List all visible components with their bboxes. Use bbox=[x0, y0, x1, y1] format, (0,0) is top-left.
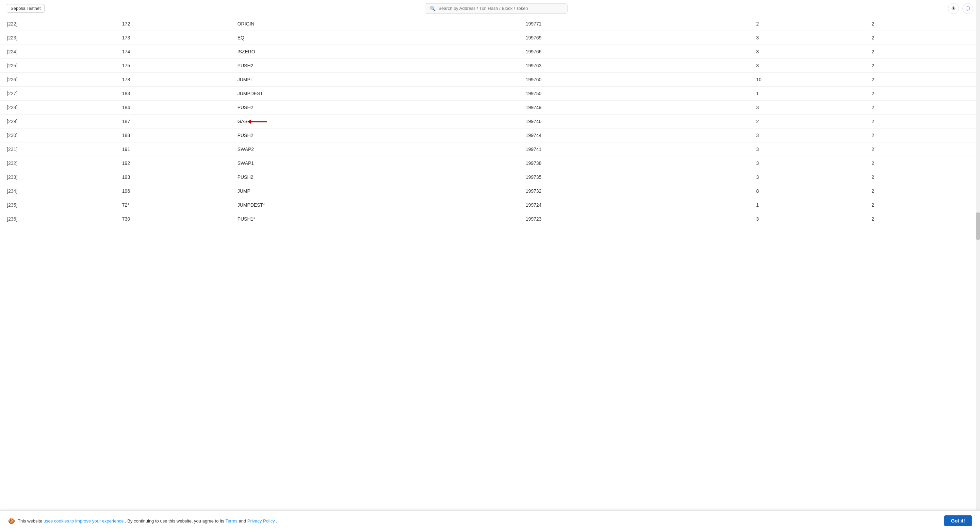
scrollbar-thumb[interactable] bbox=[976, 212, 980, 240]
row-opcode: JUMPI bbox=[231, 73, 519, 87]
table-row: [228]184PUSH219974932 bbox=[0, 101, 980, 114]
header-left: Sepolia Testnet bbox=[7, 4, 45, 13]
row-gas-remaining: 199769 bbox=[519, 31, 749, 45]
table-row: [229]187GAS19974622 bbox=[0, 114, 980, 128]
row-index: [229] bbox=[0, 114, 115, 128]
search-input[interactable] bbox=[438, 6, 563, 11]
row-index: [225] bbox=[0, 59, 115, 73]
row-gas-cost: 3 bbox=[749, 128, 865, 143]
row-depth: 2 bbox=[865, 184, 980, 198]
row-gas-cost: 3 bbox=[749, 170, 865, 184]
row-depth: 2 bbox=[865, 101, 980, 114]
row-depth: 2 bbox=[865, 17, 980, 31]
network-badge[interactable]: Sepolia Testnet bbox=[7, 4, 45, 13]
row-gas-remaining: 199746 bbox=[519, 114, 749, 128]
row-gas-remaining: 199735 bbox=[519, 170, 749, 184]
eth-network-button[interactable]: ⬡ bbox=[962, 3, 973, 14]
row-gas-remaining: 199738 bbox=[519, 156, 749, 170]
scrollbar[interactable] bbox=[976, 0, 980, 246]
table-row: [222]172ORIGIN19977122 bbox=[0, 17, 980, 31]
row-index: [226] bbox=[0, 73, 115, 87]
row-index: [234] bbox=[0, 184, 115, 198]
row-index: [222] bbox=[0, 17, 115, 31]
row-gas-cost: 3 bbox=[749, 143, 865, 156]
row-gas-cost: 3 bbox=[749, 101, 865, 114]
row-opcode: JUMPDEST bbox=[231, 87, 519, 101]
row-gas-cost: 3 bbox=[749, 31, 865, 45]
table-row: [230]188PUSH219974432 bbox=[0, 128, 980, 143]
row-pc: 191 bbox=[115, 143, 231, 156]
row-index: [236] bbox=[0, 212, 115, 226]
search-bar[interactable]: 🔍 bbox=[425, 3, 568, 14]
row-gas-cost: 2 bbox=[749, 17, 865, 31]
row-gas-remaining: 199763 bbox=[519, 59, 749, 73]
row-pc: 172 bbox=[115, 17, 231, 31]
row-pc: 174 bbox=[115, 45, 231, 59]
row-index: [232] bbox=[0, 156, 115, 170]
table-row: [234]196JUMP19973282 bbox=[0, 184, 980, 198]
theme-toggle-button[interactable]: ☀ bbox=[948, 3, 959, 14]
row-depth: 2 bbox=[865, 212, 980, 226]
table-row: [235]72*JUMPDEST*19972412 bbox=[0, 198, 980, 212]
table-row: [227]183JUMPDEST19975012 bbox=[0, 87, 980, 101]
row-depth: 2 bbox=[865, 198, 980, 212]
row-index: [235] bbox=[0, 198, 115, 212]
row-gas-cost: 3 bbox=[749, 45, 865, 59]
row-opcode: PUSH1* bbox=[231, 212, 519, 226]
row-depth: 2 bbox=[865, 170, 980, 184]
row-opcode: PUSH2 bbox=[231, 128, 519, 143]
row-pc: 193 bbox=[115, 170, 231, 184]
header-icons: ☀ ⬡ bbox=[948, 3, 973, 14]
row-pc: 175 bbox=[115, 59, 231, 73]
row-index: [224] bbox=[0, 45, 115, 59]
row-gas-remaining: 199750 bbox=[519, 87, 749, 101]
row-index: [228] bbox=[0, 101, 115, 114]
table-row: [225]175PUSH219976332 bbox=[0, 59, 980, 73]
row-opcode: GAS bbox=[231, 114, 519, 128]
row-depth: 2 bbox=[865, 31, 980, 45]
row-gas-remaining: 199766 bbox=[519, 45, 749, 59]
row-pc: 196 bbox=[115, 184, 231, 198]
row-pc: 188 bbox=[115, 128, 231, 143]
row-opcode: EQ bbox=[231, 31, 519, 45]
row-gas-cost: 2 bbox=[749, 114, 865, 128]
row-opcode: SWAP1 bbox=[231, 156, 519, 170]
row-gas-cost: 1 bbox=[749, 87, 865, 101]
eth-icon: ⬡ bbox=[966, 5, 970, 11]
row-opcode: PUSH2 bbox=[231, 59, 519, 73]
row-depth: 2 bbox=[865, 73, 980, 87]
table-row: [223]173EQ19976932 bbox=[0, 31, 980, 45]
table-row: [232]192SWAP119973832 bbox=[0, 156, 980, 170]
row-pc: 187 bbox=[115, 114, 231, 128]
row-index: [223] bbox=[0, 31, 115, 45]
row-gas-cost: 1 bbox=[749, 198, 865, 212]
row-pc: 173 bbox=[115, 31, 231, 45]
row-gas-remaining: 199744 bbox=[519, 128, 749, 143]
row-index: [227] bbox=[0, 87, 115, 101]
row-opcode: JUMPDEST* bbox=[231, 198, 519, 212]
row-opcode: JUMP bbox=[231, 184, 519, 198]
row-pc: 183 bbox=[115, 87, 231, 101]
row-index: [231] bbox=[0, 143, 115, 156]
row-gas-remaining: 199771 bbox=[519, 17, 749, 31]
table-row: [226]178JUMPI199760102 bbox=[0, 73, 980, 87]
row-pc: 72* bbox=[115, 198, 231, 212]
row-gas-cost: 3 bbox=[749, 212, 865, 226]
row-opcode: SWAP2 bbox=[231, 143, 519, 156]
row-gas-remaining: 199724 bbox=[519, 198, 749, 212]
row-opcode: ORIGIN bbox=[231, 17, 519, 31]
row-depth: 2 bbox=[865, 143, 980, 156]
row-opcode: PUSH2 bbox=[231, 101, 519, 114]
header: Sepolia Testnet 🔍 ☀ ⬡ bbox=[0, 0, 980, 17]
opcodes-table: [222]172ORIGIN19977122[223]173EQ19976932… bbox=[0, 17, 980, 226]
table-row: [236]730PUSH1*19972332 bbox=[0, 212, 980, 226]
row-pc: 184 bbox=[115, 101, 231, 114]
row-depth: 2 bbox=[865, 114, 980, 128]
row-depth: 2 bbox=[865, 87, 980, 101]
table-row: [233]193PUSH219973532 bbox=[0, 170, 980, 184]
row-depth: 2 bbox=[865, 59, 980, 73]
row-gas-cost: 10 bbox=[749, 73, 865, 87]
sun-icon: ☀ bbox=[951, 5, 956, 11]
row-pc: 192 bbox=[115, 156, 231, 170]
row-gas-cost: 3 bbox=[749, 156, 865, 170]
